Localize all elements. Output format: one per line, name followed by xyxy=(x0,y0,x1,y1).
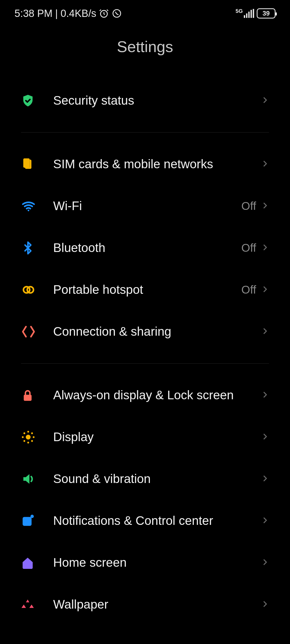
tile-icon xyxy=(21,514,53,528)
status-bar: 5:38 PM | 0.4KB/s 5G 39 xyxy=(0,0,290,27)
speaker-icon xyxy=(21,472,53,486)
svg-point-22 xyxy=(23,432,26,435)
viber-icon xyxy=(112,8,122,19)
chevron-right-icon xyxy=(261,327,269,336)
svg-rect-6 xyxy=(253,9,254,18)
settings-row-home[interactable]: Home screen xyxy=(21,542,269,584)
svg-point-21 xyxy=(22,436,24,438)
status-separator: | xyxy=(55,8,58,19)
svg-rect-5 xyxy=(251,10,252,18)
settings-row-label: Wi-Fi xyxy=(53,198,241,214)
settings-row-label: Home screen xyxy=(53,555,261,571)
settings-row-security_status[interactable]: Security status xyxy=(21,80,269,122)
wallpaper-icon xyxy=(21,598,53,611)
shield-check-icon xyxy=(21,94,53,108)
status-net-speed: 0.4KB/s xyxy=(60,8,96,19)
chevron-right-icon xyxy=(261,391,269,400)
svg-point-17 xyxy=(33,436,35,438)
status-bar-left: 5:38 PM | 0.4KB/s xyxy=(15,8,122,19)
chevron-right-icon xyxy=(261,160,269,169)
settings-row-bluetooth[interactable]: BluetoothOff xyxy=(21,227,269,269)
svg-rect-4 xyxy=(248,12,250,18)
svg-point-20 xyxy=(23,440,26,442)
bluetooth-icon xyxy=(21,241,53,255)
chevron-right-icon xyxy=(261,202,269,211)
wifi-icon xyxy=(21,199,53,214)
share-arrows-icon xyxy=(21,324,53,339)
settings-row-label: SIM cards & mobile networks xyxy=(53,156,261,172)
chevron-right-icon xyxy=(261,285,269,294)
lock-icon xyxy=(21,389,53,402)
signal-icon xyxy=(244,9,255,18)
svg-rect-2 xyxy=(244,15,245,18)
battery-icon: 39 xyxy=(257,8,276,19)
chevron-right-icon xyxy=(261,96,269,105)
svg-rect-3 xyxy=(246,13,247,18)
settings-row-label: Sound & vibration xyxy=(53,471,261,487)
page-title: Settings xyxy=(0,38,290,56)
svg-point-24 xyxy=(30,515,34,518)
settings-row-label: Portable hotspot xyxy=(53,282,241,298)
settings-row-connection_sharing[interactable]: Connection & sharing xyxy=(21,311,269,353)
settings-row-hotspot[interactable]: Portable hotspotOff xyxy=(21,269,269,311)
settings-list: Security statusSIM cards & mobile networ… xyxy=(0,80,290,625)
chevron-right-icon xyxy=(261,558,269,567)
alarm-icon xyxy=(99,8,109,19)
settings-row-wifi[interactable]: Wi-FiOff xyxy=(21,185,269,227)
settings-row-value: Off xyxy=(241,283,256,296)
battery-pct: 39 xyxy=(263,10,270,17)
settings-row-label: Notifications & Control center xyxy=(53,513,261,529)
settings-row-display[interactable]: Display xyxy=(21,416,269,458)
section-divider xyxy=(21,132,269,133)
page-header: Settings xyxy=(0,27,290,80)
section-divider xyxy=(21,363,269,364)
chevron-right-icon xyxy=(261,516,269,525)
svg-point-18 xyxy=(31,440,34,442)
settings-row-label: Always-on display & Lock screen xyxy=(53,387,261,403)
svg-point-10 xyxy=(28,210,29,211)
link-rings-icon xyxy=(21,282,53,297)
settings-row-aod_lock[interactable]: Always-on display & Lock screen xyxy=(21,374,269,416)
svg-rect-23 xyxy=(23,517,31,526)
chevron-right-icon xyxy=(261,474,269,484)
settings-row-value: Off xyxy=(241,200,256,213)
chevron-right-icon xyxy=(261,243,269,253)
settings-row-label: Display xyxy=(53,429,261,445)
chevron-right-icon xyxy=(261,600,269,609)
svg-point-15 xyxy=(27,431,29,433)
svg-rect-13 xyxy=(24,395,31,401)
settings-row-wallpaper[interactable]: Wallpaper xyxy=(21,584,269,625)
settings-row-label: Wallpaper xyxy=(53,597,261,613)
settings-row-notifications[interactable]: Notifications & Control center xyxy=(21,500,269,542)
svg-point-14 xyxy=(26,435,31,440)
settings-row-sim_cards[interactable]: SIM cards & mobile networks xyxy=(21,143,269,185)
svg-point-19 xyxy=(27,442,29,444)
sun-icon xyxy=(21,430,53,444)
status-time: 5:38 PM xyxy=(15,8,53,19)
svg-point-16 xyxy=(31,432,34,435)
status-bar-right: 5G 39 xyxy=(235,8,276,19)
settings-row-value: Off xyxy=(241,241,256,254)
settings-row-label: Security status xyxy=(53,93,261,109)
settings-row-label: Bluetooth xyxy=(53,240,241,256)
sim-icon xyxy=(21,157,53,171)
chevron-right-icon xyxy=(261,433,269,442)
settings-row-sound[interactable]: Sound & vibration xyxy=(21,458,269,500)
settings-row-label: Connection & sharing xyxy=(53,324,261,340)
network-type-label: 5G xyxy=(235,8,243,14)
svg-rect-9 xyxy=(23,158,30,168)
home-icon xyxy=(21,556,53,569)
